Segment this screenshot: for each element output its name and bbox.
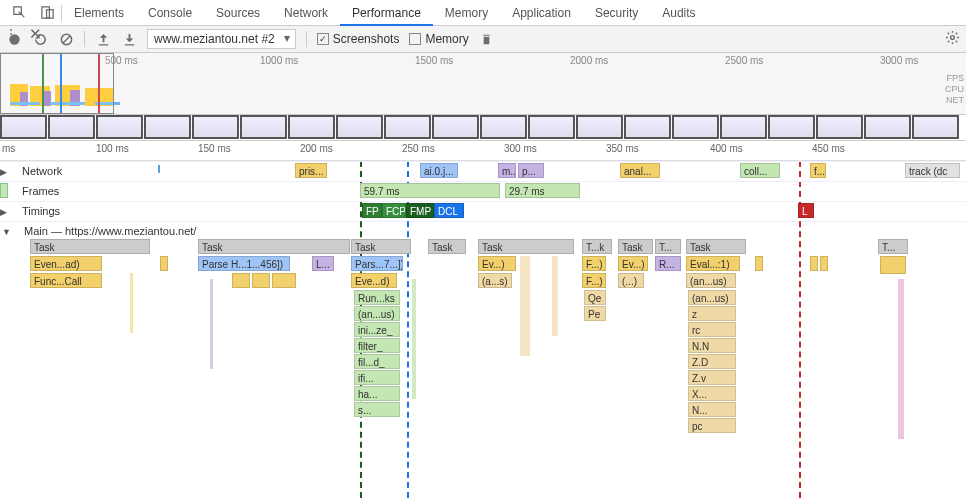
network-track[interactable]: ▶Network pris...ai.0.j...m...p...anal...… <box>0 161 966 181</box>
screenshot-frame[interactable] <box>48 115 95 139</box>
flame-bar[interactable]: rc <box>688 322 736 337</box>
flame-bar[interactable]: Ev...) <box>478 256 516 271</box>
flame-bar[interactable]: ha... <box>354 386 400 401</box>
screenshot-frame[interactable] <box>672 115 719 139</box>
screenshot-frame[interactable] <box>384 115 431 139</box>
flame-bar[interactable]: N... <box>688 402 736 417</box>
flame-bar[interactable]: Z.D <box>688 354 736 369</box>
task-bar[interactable]: T... <box>878 239 908 254</box>
flame-bar[interactable]: (an...us) <box>354 306 400 321</box>
gear-icon[interactable] <box>944 30 960 46</box>
timing-mark-l[interactable]: L <box>798 203 814 218</box>
flame-bar[interactable]: ini...ze_ <box>354 322 400 337</box>
screenshot-frame[interactable] <box>816 115 863 139</box>
screenshot-frame[interactable] <box>480 115 527 139</box>
task-bar[interactable]: Task <box>428 239 466 254</box>
device-icon[interactable] <box>39 5 55 21</box>
screenshot-filmstrip[interactable] <box>0 115 966 141</box>
flame-bar[interactable]: Run...ks <box>354 290 400 305</box>
record-icon[interactable] <box>6 31 22 47</box>
flame-bar[interactable]: (an...us) <box>686 273 736 288</box>
network-request-bar[interactable]: coll... <box>740 163 780 178</box>
flame-bar[interactable]: N.N <box>688 338 736 353</box>
task-bar[interactable]: Task <box>198 239 350 254</box>
flame-bar[interactable]: Pars...7...]) <box>351 256 403 271</box>
frame-bar[interactable]: 59.7 ms <box>360 183 500 198</box>
task-bar[interactable]: Task <box>618 239 653 254</box>
task-bar[interactable]: Task <box>30 239 150 254</box>
network-request-bar[interactable]: track (dc <box>905 163 960 178</box>
flame-bar[interactable]: Ev...) <box>618 256 648 271</box>
flame-bar[interactable]: F...) <box>582 256 606 271</box>
tab-memory[interactable]: Memory <box>433 0 500 26</box>
network-request-bar[interactable]: pris... <box>295 163 327 178</box>
screenshot-frame[interactable] <box>720 115 767 139</box>
tab-security[interactable]: Security <box>583 0 650 26</box>
screenshot-frame[interactable] <box>624 115 671 139</box>
main-track-header[interactable]: ▼Main — https://www.meziantou.net/ <box>0 221 966 239</box>
trash-icon[interactable] <box>479 31 495 47</box>
download-icon[interactable] <box>121 31 137 47</box>
flame-bar[interactable]: Parse H...1...456]) <box>198 256 290 271</box>
flame-bar[interactable]: filter_ <box>354 338 400 353</box>
screenshot-frame[interactable] <box>432 115 479 139</box>
timings-track[interactable]: ▶Timings FPFCPFMPDCLL <box>0 201 966 221</box>
timing-mark-fmp[interactable]: FMP <box>406 203 434 218</box>
flame-bar[interactable]: Pe <box>584 306 606 321</box>
flame-bar[interactable]: ifi... <box>354 370 400 385</box>
flame-bar[interactable]: z <box>688 306 736 321</box>
timing-mark-dcl[interactable]: DCL <box>434 203 464 218</box>
frame-bar[interactable] <box>0 183 8 198</box>
flame-bar[interactable]: Qe <box>584 290 606 305</box>
flame-bar[interactable]: (...) <box>618 273 644 288</box>
flame-bar[interactable]: pc <box>688 418 736 433</box>
frame-bar[interactable]: 29.7 ms <box>505 183 580 198</box>
main-flame-chart[interactable]: TaskTaskTaskTaskTaskT...kTaskT...TaskT..… <box>0 239 966 500</box>
task-bar[interactable]: Task <box>478 239 574 254</box>
inspect-icon[interactable] <box>11 5 27 21</box>
task-bar[interactable]: T...k <box>582 239 612 254</box>
flame-bar[interactable]: Func...Call <box>30 273 102 288</box>
task-bar[interactable]: Task <box>686 239 746 254</box>
flame-bar[interactable]: Even...ad) <box>30 256 102 271</box>
flame-bar[interactable]: L... <box>312 256 334 271</box>
network-request-bar[interactable]: m... <box>498 163 516 178</box>
screenshot-frame[interactable] <box>96 115 143 139</box>
upload-icon[interactable] <box>95 31 111 47</box>
overview-pane[interactable]: 500 ms1000 ms1500 ms2000 ms2500 ms3000 m… <box>0 53 966 115</box>
timing-mark-fp[interactable]: FP <box>362 203 382 218</box>
tab-audits[interactable]: Audits <box>650 0 707 26</box>
flame-bar[interactable]: F...) <box>582 273 606 288</box>
tab-application[interactable]: Application <box>500 0 583 26</box>
timeline-axis[interactable]: ms100 ms150 ms200 ms250 ms300 ms350 ms40… <box>0 141 966 161</box>
frames-track[interactable]: ▶Frames 59.7 ms29.7 ms <box>0 181 966 201</box>
screenshot-frame[interactable] <box>144 115 191 139</box>
network-request-bar[interactable]: p... <box>518 163 544 178</box>
overview-selection-handle[interactable] <box>0 53 114 114</box>
screenshot-frame[interactable] <box>576 115 623 139</box>
task-bar[interactable]: Task <box>351 239 411 254</box>
flame-bar[interactable]: Eval...:1) <box>686 256 740 271</box>
clear-icon[interactable] <box>58 31 74 47</box>
tab-console[interactable]: Console <box>136 0 204 26</box>
screenshot-frame[interactable] <box>240 115 287 139</box>
screenshot-frame[interactable] <box>336 115 383 139</box>
flame-bar[interactable]: X... <box>688 386 736 401</box>
network-request-bar[interactable]: f... <box>810 163 826 178</box>
screenshot-frame[interactable] <box>528 115 575 139</box>
screenshot-frame[interactable] <box>912 115 959 139</box>
flame-bar[interactable]: (an...us) <box>688 290 736 305</box>
flame-bar[interactable]: fil...d_ <box>354 354 400 369</box>
tab-elements[interactable]: Elements <box>62 0 136 26</box>
screenshot-frame[interactable] <box>768 115 815 139</box>
screenshot-frame[interactable] <box>288 115 335 139</box>
screenshots-checkbox[interactable]: ✓Screenshots <box>317 32 400 46</box>
tab-network[interactable]: Network <box>272 0 340 26</box>
screenshot-frame[interactable] <box>192 115 239 139</box>
flame-bar[interactable]: R... <box>655 256 681 271</box>
task-bar[interactable]: T... <box>655 239 681 254</box>
flame-bar[interactable]: (a...s) <box>478 273 512 288</box>
timing-mark-fcp[interactable]: FCP <box>382 203 406 218</box>
flame-bar[interactable]: Z.v <box>688 370 736 385</box>
flame-bar[interactable]: s... <box>354 402 400 417</box>
